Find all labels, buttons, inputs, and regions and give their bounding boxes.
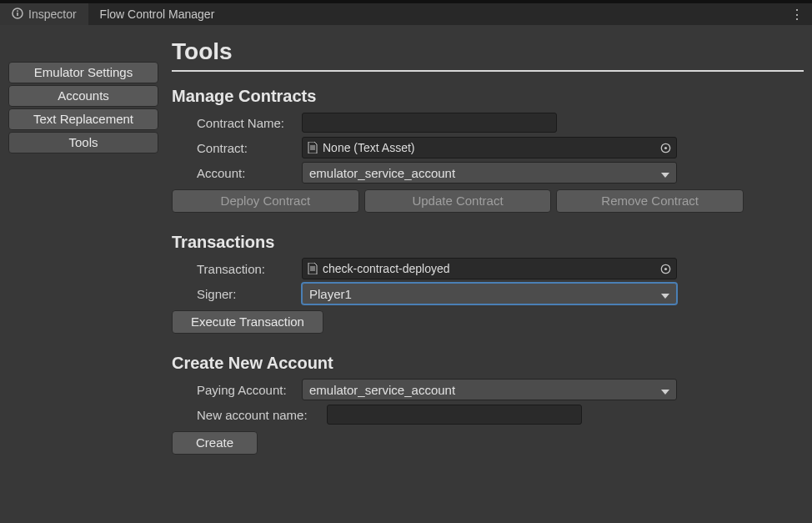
label-contract: Contract: [172,141,302,155]
paying-account-dropdown[interactable]: emulator_service_account [302,379,677,400]
contract-object-label: None (Text Asset) [323,141,415,154]
svg-point-6 [664,267,666,269]
label-new-account-name: New account name: [172,408,327,422]
title-rule [172,70,804,72]
tab-flow-control-manager[interactable]: Flow Control Manager [88,3,227,25]
section-transactions: Transactions Transaction: check-contract… [172,233,804,334]
signer-dropdown[interactable]: Player1 [302,283,677,304]
row-transaction: Transaction: check-contract-deployed [172,257,804,280]
row-new-account-name: New account name: [172,403,804,426]
chevron-down-icon [661,287,669,301]
text-asset-icon [308,142,318,153]
transaction-object-field[interactable]: check-contract-deployed [302,258,677,279]
account-dropdown-value: emulator_service_account [309,166,455,180]
transaction-buttons: Execute Transaction [172,310,804,334]
row-signer: Signer: Player1 [172,282,804,305]
page-title: Tools [172,38,804,65]
sidebar-item-text-replacement[interactable]: Text Replacement [8,108,158,130]
label-contract-name: Contract Name: [172,116,302,130]
row-account: Account: emulator_service_account [172,161,804,184]
window-tabbar: Inspector Flow Control Manager ⋮ [0,0,812,25]
chevron-down-icon [661,383,669,397]
section-manage-contracts: Manage Contracts Contract Name: Contract… [172,87,804,213]
manage-contracts-heading: Manage Contracts [172,87,804,106]
object-picker-icon[interactable] [659,263,671,274]
sidebar: Emulator Settings Accounts Text Replacem… [8,32,158,515]
contract-object-field[interactable]: None (Text Asset) [302,137,677,158]
execute-transaction-button[interactable]: Execute Transaction [172,310,323,334]
contract-buttons: Deploy Contract Update Contract Remove C… [172,189,744,213]
svg-rect-2 [17,10,18,12]
tab-options-menu[interactable]: ⋮ [790,3,804,25]
label-paying-account: Paying Account: [172,383,302,397]
sidebar-item-emulator-settings[interactable]: Emulator Settings [8,62,158,83]
svg-rect-1 [17,13,18,16]
label-signer: Signer: [172,287,302,301]
label-transaction: Transaction: [172,262,302,276]
deploy-contract-button[interactable]: Deploy Contract [172,189,359,213]
row-contract: Contract: None (Text Asset) [172,136,804,159]
signer-dropdown-value: Player1 [309,287,352,301]
chevron-down-icon [661,166,669,180]
new-account-name-input[interactable] [327,405,582,425]
sidebar-item-accounts[interactable]: Accounts [8,85,158,107]
object-picker-icon[interactable] [659,142,671,153]
row-paying-account: Paying Account: emulator_service_account [172,378,804,401]
transactions-heading: Transactions [172,233,804,252]
contract-name-input[interactable] [302,113,557,133]
kebab-icon: ⋮ [790,7,804,23]
remove-contract-button[interactable]: Remove Contract [556,189,744,213]
sections: Manage Contracts Contract Name: Contract… [172,87,804,455]
create-account-buttons: Create [172,431,804,455]
text-asset-icon [308,263,318,274]
account-dropdown[interactable]: emulator_service_account [302,162,677,184]
section-create-account: Create New Account Paying Account: emula… [172,354,804,455]
update-contract-button[interactable]: Update Contract [364,189,552,213]
content: Tools Manage Contracts Contract Name: Co… [172,32,804,515]
tab-inspector[interactable]: Inspector [0,3,88,25]
label-account: Account: [172,166,302,180]
create-button[interactable]: Create [172,431,258,455]
tab-flow-label: Flow Control Manager [100,8,215,21]
main-area: Emulator Settings Accounts Text Replacem… [0,25,812,523]
transaction-object-label: check-contract-deployed [323,262,450,275]
paying-account-value: emulator_service_account [309,383,455,397]
row-contract-name: Contract Name: [172,111,804,134]
sidebar-item-tools[interactable]: Tools [8,132,158,153]
svg-point-4 [664,146,666,148]
tab-inspector-label: Inspector [28,8,77,21]
create-account-heading: Create New Account [172,354,804,373]
info-icon [12,8,23,22]
